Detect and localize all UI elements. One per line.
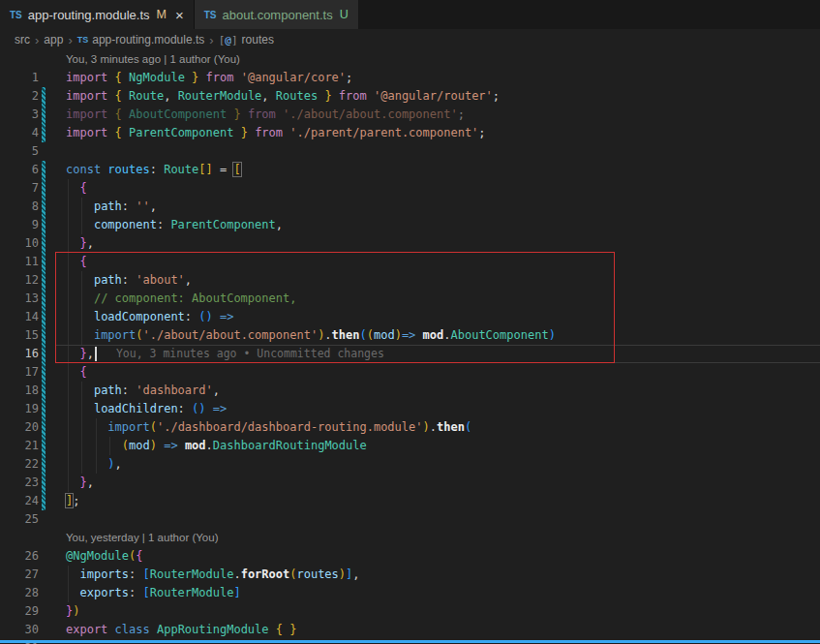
git-gutter[interactable] [39, 584, 46, 602]
line-number[interactable]: 9 [0, 216, 39, 234]
code-line[interactable]: 19 loadChildren: () => [0, 400, 820, 418]
code-line[interactable]: 29}) [0, 602, 820, 621]
git-gutter[interactable] [39, 124, 46, 142]
git-gutter[interactable] [39, 87, 46, 106]
code-line[interactable]: 1import { NgModule } from '@angular/core… [0, 69, 820, 87]
code-line[interactable]: 25 [0, 510, 820, 529]
code-line[interactable]: 26@NgModule({ [0, 547, 820, 566]
git-gutter[interactable] [39, 455, 46, 474]
line-number[interactable]: 15 [0, 326, 39, 345]
line-number[interactable]: 11 [0, 253, 39, 271]
git-gutter[interactable] [39, 142, 46, 161]
code-line[interactable]: 28 exports: [RouterModule] [0, 584, 820, 602]
line-number[interactable]: 16 [0, 345, 39, 363]
git-gutter[interactable] [39, 161, 46, 179]
line-number[interactable]: 24 [0, 492, 39, 510]
git-gutter[interactable] [39, 363, 46, 382]
git-gutter[interactable] [39, 253, 46, 271]
git-gutter[interactable] [39, 510, 46, 529]
git-gutter[interactable] [39, 69, 46, 87]
line-number[interactable]: 6 [0, 161, 39, 179]
line-number[interactable]: 23 [0, 474, 39, 492]
git-gutter[interactable] [39, 566, 46, 584]
code-line[interactable]: 30export class AppRoutingModule { } [0, 621, 820, 639]
code-line[interactable]: 27 imports: [RouterModule.forRoot(routes… [0, 566, 820, 584]
git-change-indicator [42, 198, 46, 216]
line-number[interactable]: 20 [0, 418, 39, 437]
line-number[interactable]: 2 [0, 87, 39, 106]
code-line[interactable]: 4import { ParentComponent } from './pare… [0, 124, 820, 142]
code-line[interactable]: 22 ), [0, 455, 820, 474]
line-number[interactable]: 27 [0, 566, 39, 584]
breadcrumb-file[interactable]: TS app-routing.module.ts [77, 33, 205, 46]
tab-about-component[interactable]: TS about.component.ts U [195, 0, 359, 29]
close-icon[interactable]: × [175, 8, 184, 22]
line-number[interactable]: 25 [0, 510, 39, 529]
git-gutter[interactable] [39, 418, 46, 437]
git-gutter[interactable] [39, 437, 46, 455]
code-line[interactable]: 2import { Route, RouterModule, Routes } … [0, 87, 820, 106]
git-gutter[interactable] [39, 547, 46, 566]
git-gutter[interactable] [39, 621, 46, 639]
git-gutter[interactable] [39, 400, 46, 418]
code-line[interactable]: 20 import('./dashboard/dashboard-routing… [0, 418, 820, 437]
breadcrumb-src[interactable]: src [15, 33, 30, 46]
git-gutter[interactable] [39, 290, 46, 308]
tab-app-routing-module[interactable]: TS app-routing.module.ts M × [0, 0, 195, 29]
line-number[interactable]: 30 [0, 621, 39, 639]
codelens-row[interactable]: You, 3 minutes ago | 1 author (You) [0, 50, 820, 69]
code-line[interactable]: 8 path: '', [0, 198, 820, 216]
line-number[interactable]: 22 [0, 455, 39, 474]
git-gutter[interactable] [39, 382, 46, 400]
code-line[interactable]: 17 { [0, 363, 820, 382]
code-text: exports: [RouterModule] [66, 584, 241, 602]
git-gutter[interactable] [39, 602, 46, 621]
breadcrumb-app[interactable]: app [44, 33, 63, 46]
git-gutter[interactable] [39, 492, 46, 510]
git-gutter[interactable] [39, 326, 46, 345]
git-change-indicator [42, 161, 46, 179]
code-line[interactable]: 23 }, [0, 474, 820, 492]
code-line[interactable]: 24]; [0, 492, 820, 510]
line-number[interactable]: 28 [0, 584, 39, 602]
code-editor[interactable]: You, 3 minutes ago | 1 author (You)1impo… [0, 50, 820, 644]
breadcrumb-symbol-routes[interactable]: [@] routes [219, 33, 274, 46]
code-line[interactable]: 7 { [0, 179, 820, 198]
code-line[interactable]: 5 [0, 142, 820, 161]
line-number[interactable]: 21 [0, 437, 39, 455]
git-gutter[interactable] [39, 198, 46, 216]
line-number[interactable]: 17 [0, 363, 39, 382]
codelens-row[interactable]: You, yesterday | 1 author (You) [0, 529, 820, 547]
git-gutter[interactable] [39, 216, 46, 234]
code-line[interactable]: 10 }, [0, 234, 820, 253]
line-number[interactable]: 12 [0, 271, 39, 290]
code-text: import { AboutComponent } from './about/… [66, 106, 465, 124]
code-line[interactable]: 6const routes: Route[] = [ [0, 161, 820, 179]
line-number[interactable]: 7 [0, 179, 39, 198]
line-number[interactable]: 1 [0, 69, 39, 87]
code-line[interactable]: 9 component: ParentComponent, [0, 216, 820, 234]
git-gutter[interactable] [39, 308, 46, 326]
git-gutter[interactable] [39, 179, 46, 198]
chevron-right-icon: › [209, 33, 213, 47]
code-line[interactable]: 18 path: 'dashboard', [0, 382, 820, 400]
line-number[interactable]: 19 [0, 400, 39, 418]
git-gutter[interactable] [39, 345, 46, 363]
code-line[interactable]: 21 (mod) => mod.DashboardRoutingModule [0, 437, 820, 455]
line-number[interactable]: 10 [0, 234, 39, 253]
git-gutter[interactable] [39, 271, 46, 290]
line-number[interactable]: 5 [0, 142, 39, 161]
line-number[interactable]: 26 [0, 547, 39, 566]
line-number[interactable]: 3 [0, 106, 39, 124]
line-number[interactable]: 29 [0, 602, 39, 621]
line-number[interactable]: 4 [0, 124, 39, 142]
line-number[interactable]: 8 [0, 198, 39, 216]
git-gutter[interactable] [39, 234, 46, 253]
code-line[interactable]: 3import { AboutComponent } from './about… [0, 106, 820, 124]
line-number[interactable]: 13 [0, 290, 39, 308]
git-gutter[interactable] [39, 106, 46, 124]
tab-label: about.component.ts [223, 8, 333, 22]
git-gutter[interactable] [39, 474, 46, 492]
line-number[interactable]: 18 [0, 382, 39, 400]
line-number[interactable]: 14 [0, 308, 39, 326]
